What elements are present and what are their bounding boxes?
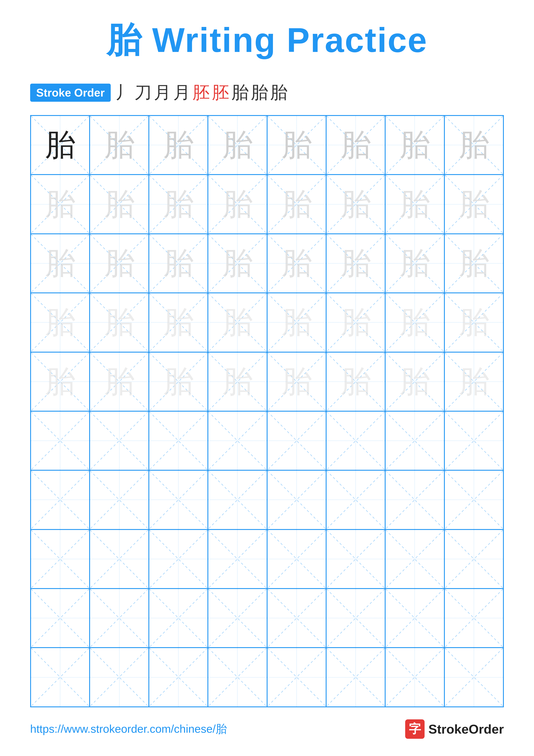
cell-10-8[interactable] xyxy=(445,648,503,707)
cell-4-1[interactable]: 胎 xyxy=(31,293,89,352)
cell-6-1[interactable] xyxy=(31,411,89,470)
cell-7-3[interactable] xyxy=(149,470,208,529)
cell-2-2[interactable]: 胎 xyxy=(89,175,149,233)
cell-7-1[interactable] xyxy=(31,470,89,529)
grid-row-4: 胎 胎 胎 胎 胎 胎 胎 xyxy=(31,293,503,352)
cell-2-8[interactable]: 胎 xyxy=(445,175,503,233)
cell-5-6[interactable]: 胎 xyxy=(326,352,385,411)
cell-8-1[interactable] xyxy=(31,529,89,588)
cell-1-3[interactable]: 胎 xyxy=(149,116,208,175)
cell-6-8[interactable] xyxy=(445,411,503,470)
page-title: 胎 Writing Practice xyxy=(106,17,428,64)
cell-5-4[interactable]: 胎 xyxy=(208,352,267,411)
cell-1-2[interactable]: 胎 xyxy=(89,116,149,175)
cell-3-7[interactable]: 胎 xyxy=(385,234,444,293)
cell-4-4[interactable]: 胎 xyxy=(208,293,267,352)
cell-3-4[interactable]: 胎 xyxy=(208,234,267,293)
cell-4-2[interactable]: 胎 xyxy=(89,293,149,352)
cell-4-5[interactable]: 胎 xyxy=(267,293,326,352)
cell-8-4[interactable] xyxy=(208,529,267,588)
svg-line-102 xyxy=(208,471,267,529)
cell-6-5[interactable] xyxy=(267,411,326,470)
svg-line-95 xyxy=(445,412,503,470)
cell-4-6[interactable]: 胎 xyxy=(326,293,385,352)
footer-url[interactable]: https://www.strokeorder.com/chinese/胎 xyxy=(30,721,227,737)
svg-line-134 xyxy=(208,589,267,647)
cell-7-2[interactable] xyxy=(89,470,149,529)
cell-5-2[interactable]: 胎 xyxy=(89,352,149,411)
cell-8-5[interactable] xyxy=(267,529,326,588)
cell-8-7[interactable] xyxy=(385,529,444,588)
cell-9-4[interactable] xyxy=(208,588,267,648)
cell-8-3[interactable] xyxy=(149,529,208,588)
svg-line-138 xyxy=(327,589,385,647)
cell-9-3[interactable] xyxy=(149,588,208,648)
cell-3-2[interactable]: 胎 xyxy=(89,234,149,293)
cell-1-5[interactable]: 胎 xyxy=(267,116,326,175)
cell-8-6[interactable] xyxy=(326,529,385,588)
cell-1-7[interactable]: 胎 xyxy=(385,116,444,175)
cell-7-6[interactable] xyxy=(326,470,385,529)
cell-1-4[interactable]: 胎 xyxy=(208,116,267,175)
cell-2-7[interactable]: 胎 xyxy=(385,175,444,233)
cell-5-7[interactable]: 胎 xyxy=(385,352,444,411)
cell-6-2[interactable] xyxy=(89,411,149,470)
cell-6-3[interactable] xyxy=(149,411,208,470)
cell-10-1[interactable] xyxy=(31,648,89,707)
cell-2-3[interactable]: 胎 xyxy=(149,175,208,233)
cell-5-1[interactable]: 胎 xyxy=(31,352,89,411)
svg-line-148 xyxy=(149,648,207,706)
cell-7-5[interactable] xyxy=(267,470,326,529)
cell-3-1[interactable]: 胎 xyxy=(31,234,89,293)
cell-6-7[interactable] xyxy=(385,411,444,470)
cell-8-8[interactable] xyxy=(445,529,503,588)
cell-9-1[interactable] xyxy=(31,588,89,648)
cell-9-8[interactable] xyxy=(445,588,503,648)
svg-line-128 xyxy=(31,589,89,647)
cell-5-3[interactable]: 胎 xyxy=(149,352,208,411)
svg-line-110 xyxy=(445,471,503,529)
svg-line-157 xyxy=(386,648,444,706)
cell-10-7[interactable] xyxy=(385,648,444,707)
cell-9-7[interactable] xyxy=(385,588,444,648)
svg-line-100 xyxy=(149,471,207,529)
stroke-3: 月 xyxy=(154,81,171,104)
cell-10-5[interactable] xyxy=(267,648,326,707)
svg-line-130 xyxy=(90,589,148,647)
cell-2-1[interactable]: 胎 xyxy=(31,175,89,233)
cell-1-8[interactable]: 胎 xyxy=(445,116,503,175)
cell-10-2[interactable] xyxy=(89,648,149,707)
cell-9-6[interactable] xyxy=(326,588,385,648)
cell-6-6[interactable] xyxy=(326,411,385,470)
svg-line-147 xyxy=(90,648,148,706)
cell-1-1[interactable]: 胎 xyxy=(31,116,89,175)
svg-line-132 xyxy=(149,589,207,647)
cell-10-6[interactable] xyxy=(326,648,385,707)
cell-5-5[interactable]: 胎 xyxy=(267,352,326,411)
cell-9-2[interactable] xyxy=(89,588,149,648)
svg-line-125 xyxy=(386,530,444,588)
svg-line-159 xyxy=(445,648,503,706)
cell-1-6[interactable]: 胎 xyxy=(326,116,385,175)
cell-5-8[interactable]: 胎 xyxy=(445,352,503,411)
cell-4-7[interactable]: 胎 xyxy=(385,293,444,352)
cell-7-7[interactable] xyxy=(385,470,444,529)
cell-7-4[interactable] xyxy=(208,470,267,529)
cell-3-3[interactable]: 胎 xyxy=(149,234,208,293)
cell-3-5[interactable]: 胎 xyxy=(267,234,326,293)
cell-3-6[interactable]: 胎 xyxy=(326,234,385,293)
svg-line-92 xyxy=(386,412,444,470)
cell-3-8[interactable]: 胎 xyxy=(445,234,503,293)
cell-2-6[interactable]: 胎 xyxy=(326,175,385,233)
cell-9-5[interactable] xyxy=(267,588,326,648)
cell-2-5[interactable]: 胎 xyxy=(267,175,326,233)
cell-7-8[interactable] xyxy=(445,470,503,529)
cell-6-4[interactable] xyxy=(208,411,267,470)
cell-10-3[interactable] xyxy=(149,648,208,707)
cell-8-2[interactable] xyxy=(89,529,149,588)
cell-10-4[interactable] xyxy=(208,648,267,707)
cell-4-3[interactable]: 胎 xyxy=(149,293,208,352)
cell-2-4[interactable]: 胎 xyxy=(208,175,267,233)
svg-line-131 xyxy=(90,589,148,647)
cell-4-8[interactable]: 胎 xyxy=(445,293,503,352)
